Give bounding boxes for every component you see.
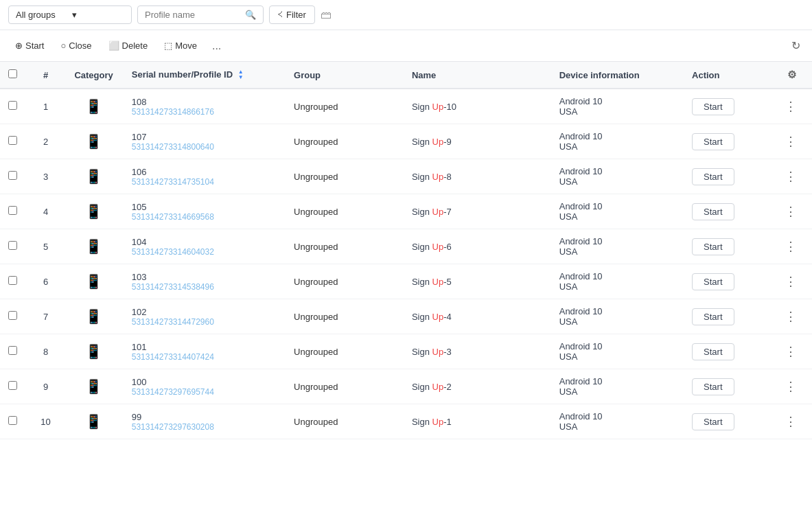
row-device: Android 10 USA [551,124,684,159]
row-context-menu-button[interactable]: ⋮ [780,413,801,430]
header-settings[interactable]: ⚙ [772,62,812,89]
header-name: Name [404,62,551,89]
row-name: Sign Up-5 [404,264,551,299]
device-name: Android 10 [559,411,675,421]
row-start-button[interactable]: Start [692,273,734,290]
row-device: Android 10 USA [551,404,684,439]
row-action: Start [684,159,772,194]
table-row: 10 📱 99 531314273297630208 Ungrouped Sig… [0,404,812,439]
search-input[interactable] [145,10,241,20]
row-checkbox[interactable] [8,416,17,425]
name-suffix: -8 [443,172,452,182]
row-category: 📱 [64,334,123,369]
phone-icon: 📱 [85,204,102,219]
row-start-button[interactable]: Start [692,203,734,220]
row-start-button[interactable]: Start [692,168,734,185]
row-checkbox-cell [0,404,27,439]
row-serial: 104 531314273314604032 [124,229,286,264]
row-context-menu-button[interactable]: ⋮ [780,132,801,150]
row-checkbox[interactable] [8,276,17,285]
group-selector[interactable]: All groups ▾ [8,5,132,24]
start-label: Start [25,41,44,51]
row-context-menu-button[interactable]: ⋮ [780,308,801,325]
serial-main: 106 [132,167,277,177]
row-checkbox[interactable] [8,206,17,215]
row-category: 📱 [64,404,123,439]
table-row: 7 📱 102 531314273314472960 Ungrouped Sig… [0,299,812,334]
serial-sub: 531314273314407424 [132,352,277,362]
row-checkbox[interactable] [8,311,17,320]
device-location: USA [559,246,675,257]
top-toolbar: All groups ▾ 🔍 ⧼ Filter 🗃 [0,0,812,30]
more-button[interactable]: ... [207,36,227,56]
row-context-menu-button[interactable]: ⋮ [780,167,801,185]
row-checkbox-cell [0,229,27,264]
row-start-button[interactable]: Start [692,343,734,360]
refresh-button[interactable]: ↻ [788,36,804,56]
row-number: 3 [27,159,65,194]
device-name: Android 10 [559,341,675,351]
filter-button[interactable]: ⧼ Filter [269,5,315,24]
phone-icon: 📱 [85,99,102,114]
row-action: Start [684,334,772,369]
move-button[interactable]: ⬚ Move [157,37,204,54]
row-device: Android 10 USA [551,159,684,194]
import-icon[interactable]: 🗃 [321,9,332,21]
select-all-checkbox[interactable] [8,69,17,78]
row-category: 📱 [64,159,123,194]
serial-main: 102 [132,307,277,317]
phone-icon: 📱 [85,344,102,359]
name-prefix: Sign [412,172,432,182]
row-serial: 99 531314273297630208 [124,404,286,439]
row-checkbox[interactable] [8,241,17,250]
row-context-menu-button[interactable]: ⋮ [780,273,801,290]
name-up-text: Up [432,207,444,217]
row-start-button[interactable]: Start [692,133,734,150]
name-prefix: Sign [412,312,432,322]
filter-label: Filter [286,10,306,20]
device-name: Android 10 [559,306,675,316]
row-context-menu-button[interactable]: ⋮ [780,203,801,220]
row-context-menu-button[interactable]: ⋮ [780,343,801,360]
name-prefix: Sign [412,347,432,357]
delete-button[interactable]: ⬜ Delete [102,37,155,54]
header-serial[interactable]: Serial number/Profile ID ▲ ▼ [124,62,286,89]
row-start-button[interactable]: Start [692,378,734,395]
row-device: Android 10 USA [551,194,684,229]
row-checkbox[interactable] [8,381,17,390]
row-checkbox[interactable] [8,136,17,145]
device-name: Android 10 [559,376,675,386]
row-start-button[interactable]: Start [692,308,734,325]
row-checkbox-cell [0,264,27,299]
row-context-menu-button[interactable]: ⋮ [780,378,801,395]
name-suffix: -2 [443,382,452,392]
row-checkbox[interactable] [8,171,17,180]
table-row: 8 📱 101 531314273314407424 Ungrouped Sig… [0,334,812,369]
header-checkbox-col [0,62,27,89]
row-action: Start [684,299,772,334]
row-start-button[interactable]: Start [692,238,734,255]
phone-icon: 📱 [85,134,102,149]
row-device: Android 10 USA [551,264,684,299]
row-context-menu-button[interactable]: ⋮ [780,238,801,255]
row-start-button[interactable]: Start [692,413,734,430]
row-category: 📱 [64,299,123,334]
name-up-text: Up [432,382,444,392]
serial-main: 107 [132,132,277,142]
row-name: Sign Up-9 [404,124,551,159]
serial-sub: 531314273314735104 [132,177,277,187]
name-prefix: Sign [412,102,432,112]
row-checkbox[interactable] [8,346,17,355]
phone-icon: 📱 [85,309,102,324]
table-row: 5 📱 104 531314273314604032 Ungrouped Sig… [0,229,812,264]
row-start-button[interactable]: Start [692,98,734,115]
close-button[interactable]: ○ Close [54,37,98,54]
row-checkbox[interactable] [8,101,17,110]
device-name: Android 10 [559,271,675,281]
row-context-menu-button[interactable]: ⋮ [780,97,801,115]
row-group: Ungrouped [286,194,404,229]
device-location: USA [559,106,675,117]
name-up-text: Up [432,242,444,252]
gear-icon[interactable]: ⚙ [787,69,796,80]
start-button[interactable]: ⊕ Start [8,37,51,54]
